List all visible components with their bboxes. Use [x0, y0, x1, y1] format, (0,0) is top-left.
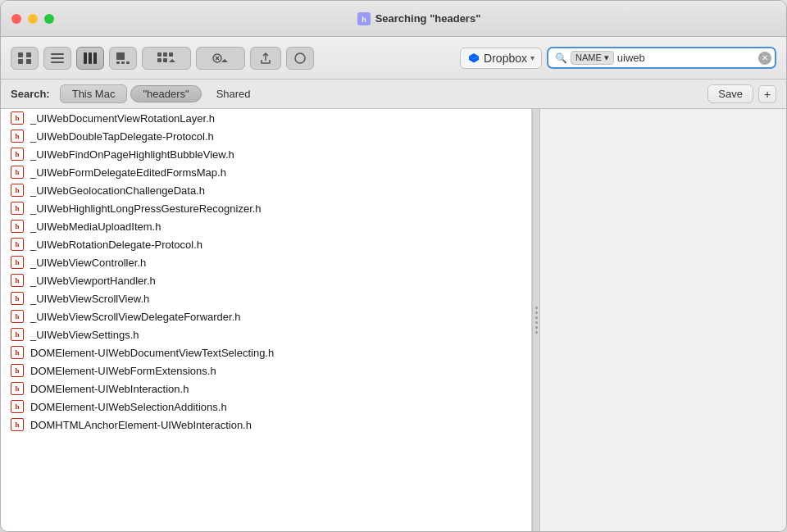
list-item[interactable]: hDOMElement-UIWebInteraction.h: [1, 380, 531, 398]
add-criteria-button[interactable]: +: [758, 85, 776, 103]
list-item[interactable]: h_UIWebMediaUploadItem.h: [1, 217, 531, 235]
file-name: _UIWebViewScrollView.h: [30, 293, 149, 305]
resize-handle[interactable]: [532, 109, 540, 531]
h-file-icon: h: [11, 274, 24, 287]
file-name: _UIWebViewScrollViewDelegateForwarder.h: [30, 311, 241, 323]
share-button[interactable]: [250, 47, 281, 70]
scope-bar: Search: This Mac "headers" Shared Save +: [1, 80, 786, 109]
file-name: _UIWebViewController.h: [30, 257, 146, 269]
h-file-icon: h: [11, 256, 24, 269]
scope-this-mac[interactable]: This Mac: [60, 84, 128, 103]
file-name: _UIWebDoubleTapDelegate-Protocol.h: [30, 130, 214, 143]
search-bar: 🔍 NAME ▾ ✕: [547, 47, 776, 69]
scope-this-mac-label: This Mac: [72, 88, 116, 100]
svg-marker-24: [169, 59, 175, 62]
toolbar: Dropbox ▾ 🔍 NAME ▾ ✕: [1, 37, 786, 80]
list-item[interactable]: h_UIWebFindOnPageHighlightBubbleView.h: [1, 145, 531, 163]
svg-rect-23: [163, 58, 167, 62]
finder-window: h Searching "headers": [0, 0, 787, 532]
h-file-icon: h: [11, 184, 24, 197]
h-file-icon: h: [11, 111, 24, 125]
svg-point-2: [44, 14, 54, 24]
list-item[interactable]: h_UIWebViewScrollView.h: [1, 289, 531, 307]
preview-panel: [540, 109, 786, 531]
svg-rect-5: [18, 52, 23, 57]
search-name-badge-label: NAME ▾: [575, 52, 609, 63]
h-file-icon: h: [11, 418, 24, 431]
svg-rect-13: [89, 52, 92, 64]
svg-marker-28: [221, 59, 228, 62]
window-controls: [11, 13, 55, 25]
scope-label: Search:: [11, 88, 50, 100]
traffic-lights: [11, 13, 55, 25]
tag-button[interactable]: [286, 47, 314, 70]
h-file-icon: h: [11, 328, 24, 341]
search-clear-button[interactable]: ✕: [758, 52, 771, 65]
file-name: _UIWebFormDelegateEditedFormsMap.h: [30, 166, 226, 179]
icon-view-button[interactable]: [11, 47, 39, 70]
list-item[interactable]: h_UIWebViewController.h: [1, 253, 531, 271]
svg-rect-7: [18, 59, 23, 64]
search-name-badge[interactable]: NAME ▾: [571, 51, 614, 65]
action-button[interactable]: [196, 47, 245, 70]
finder-icon: h: [357, 12, 371, 25]
column-view-button[interactable]: [76, 47, 104, 70]
svg-rect-20: [163, 52, 167, 57]
svg-rect-8: [26, 59, 31, 64]
window-title: Searching "headers": [375, 12, 481, 25]
group-button[interactable]: [142, 47, 191, 70]
list-item[interactable]: h_UIWebFormDelegateEditedFormsMap.h: [1, 163, 531, 181]
search-input[interactable]: [617, 52, 755, 64]
list-item[interactable]: h_UIWebDocumentViewRotationLayer.h: [1, 109, 531, 127]
h-file-icon: h: [11, 292, 24, 305]
list-item[interactable]: h_UIWebRotationDelegate-Protocol.h: [1, 235, 531, 253]
file-name: _UIWebViewSettings.h: [30, 329, 139, 341]
file-name: DOMElement-UIWebInteraction.h: [30, 383, 189, 395]
svg-point-1: [28, 14, 38, 24]
list-view-button[interactable]: [43, 47, 71, 70]
main-content: h_UIWebDocumentViewRotationLayer.hh_UIWe…: [1, 109, 786, 531]
h-file-icon: h: [11, 400, 24, 413]
h-file-icon: h: [11, 346, 24, 359]
scope-headers-label: "headers": [143, 88, 189, 100]
dropbox-label: Dropbox: [484, 52, 527, 65]
dropbox-button[interactable]: Dropbox ▾: [460, 48, 542, 69]
title-text: h Searching "headers": [61, 12, 776, 25]
svg-point-29: [295, 53, 305, 63]
svg-rect-6: [26, 52, 31, 57]
h-file-icon: h: [11, 364, 24, 377]
h-file-icon: h: [11, 166, 24, 179]
svg-rect-15: [116, 52, 125, 60]
list-item[interactable]: h_UIWebViewSettings.h: [1, 325, 531, 343]
list-item[interactable]: h_UIWebDoubleTapDelegate-Protocol.h: [1, 127, 531, 145]
svg-rect-17: [121, 61, 125, 64]
h-file-icon: h: [11, 382, 24, 395]
svg-rect-22: [157, 58, 161, 62]
file-name: _UIWebDocumentViewRotationLayer.h: [30, 112, 215, 125]
h-file-icon: h: [11, 220, 24, 233]
scope-headers[interactable]: "headers": [130, 85, 201, 102]
gallery-view-button[interactable]: [109, 47, 137, 70]
list-item[interactable]: h_UIWebHighlightLongPressGestureRecogniz…: [1, 199, 531, 217]
svg-rect-19: [157, 52, 161, 57]
h-file-icon: h: [11, 202, 24, 215]
scope-shared[interactable]: Shared: [205, 85, 262, 102]
save-search-button[interactable]: Save: [707, 84, 753, 103]
h-file-icon: h: [11, 238, 24, 251]
svg-rect-10: [51, 57, 64, 59]
h-file-icon: h: [11, 130, 24, 143]
file-name: DOMElement-UIWebDocumentViewTextSelectin…: [30, 347, 274, 359]
list-item[interactable]: h_UIWebViewportHandler.h: [1, 271, 531, 289]
search-icon: 🔍: [555, 52, 567, 64]
file-list-panel: h_UIWebDocumentViewRotationLayer.hh_UIWe…: [1, 109, 532, 531]
list-item[interactable]: hDOMElement-UIWebDocumentViewTextSelecti…: [1, 343, 531, 361]
svg-rect-11: [51, 61, 64, 63]
file-name: _UIWebMediaUploadItem.h: [30, 221, 161, 233]
svg-rect-9: [51, 53, 64, 55]
list-item[interactable]: h_UIWebViewScrollViewDelegateForwarder.h: [1, 307, 531, 325]
svg-rect-14: [93, 52, 97, 64]
list-item[interactable]: hDOMHTMLAnchorElement-UIWebInteraction.h: [1, 416, 531, 434]
list-item[interactable]: hDOMElement-UIWebFormExtensions.h: [1, 361, 531, 380]
list-item[interactable]: hDOMElement-UIWebSelectionAdditions.h: [1, 398, 531, 416]
list-item[interactable]: h_UIWebGeolocationChallengeData.h: [1, 181, 531, 199]
